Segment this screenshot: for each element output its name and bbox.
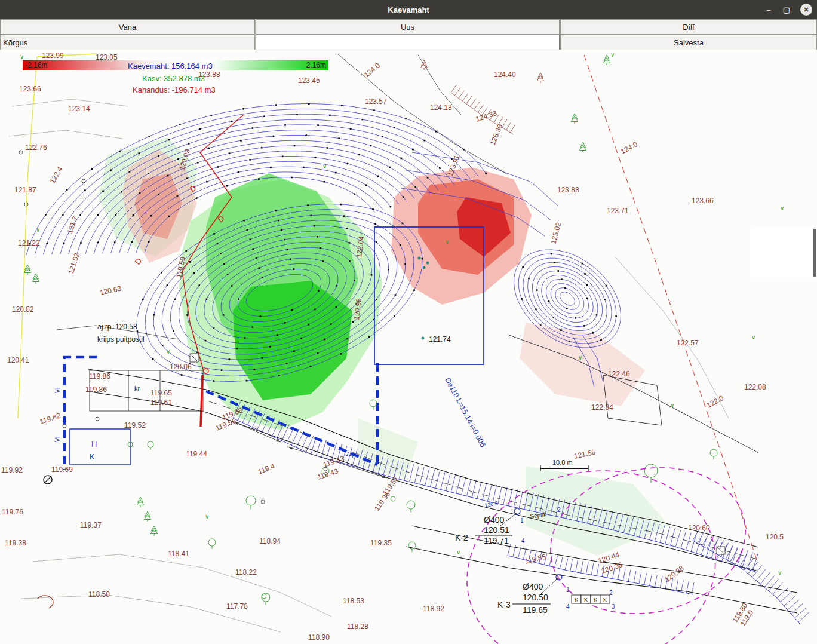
map-label: 118.50	[88, 590, 110, 599]
roads	[87, 369, 797, 613]
map-label: 119.65	[150, 389, 172, 397]
map-label: 120.60	[688, 524, 710, 532]
map-label: 119.43	[322, 454, 346, 468]
uus-button[interactable]: Uus	[256, 19, 560, 35]
svg-text:∨: ∨	[780, 205, 784, 211]
map-label: 120.63	[99, 284, 122, 297]
map-label: 4	[521, 538, 525, 544]
map-label: H	[91, 440, 97, 449]
svg-text:∨: ∨	[670, 402, 674, 409]
map-label: 118.22	[235, 568, 257, 576]
map-label: 123.57	[365, 97, 387, 106]
map-label: 120.38	[663, 564, 686, 584]
map-label: 123.99	[42, 51, 64, 60]
map-label: 119.37	[80, 521, 102, 529]
app-window: Kaevamaht – ▢ ✕ Vana Uus Diff Kõrgus Sal…	[0, 0, 817, 644]
map-label: 121.56	[573, 448, 597, 461]
salvesta-button[interactable]: Salvesta	[560, 35, 817, 50]
map-label: Ø400	[484, 515, 504, 525]
map-label: 125.30	[489, 123, 505, 147]
svg-text:∨: ∨	[445, 238, 449, 245]
map-label: 119.35	[370, 539, 392, 547]
map-label: 120.5	[766, 533, 784, 541]
map-label: 122.08	[744, 383, 766, 391]
map-label: 124.0	[363, 61, 382, 79]
map-label: 123.05	[96, 53, 118, 62]
map-label: 119.71	[484, 536, 509, 545]
map-label: 119.65	[523, 605, 548, 615]
svg-text:∨: ∨	[36, 226, 40, 233]
minimize-icon[interactable]: –	[764, 5, 773, 14]
svg-text:∨: ∨	[610, 51, 615, 58]
map-label: K-3	[497, 600, 511, 609]
svg-text:∨: ∨	[20, 53, 24, 60]
map-label: 121.02	[67, 252, 82, 275]
map-label: 123.66	[692, 197, 714, 205]
map-label: VI	[54, 388, 61, 393]
svg-text:∨: ∨	[322, 163, 327, 170]
map-label: 121.22	[18, 239, 40, 247]
map-area: ∨∨∨∨∨∨∨∨∨∨∨∨∨∨123.99123.05123.66123.1412…	[0, 50, 817, 644]
map-label: 120.82	[12, 305, 34, 314]
diff-button[interactable]: Diff	[560, 19, 817, 35]
svg-text:∨: ∨	[778, 569, 782, 576]
map-label: D	[133, 256, 144, 266]
map-label: 122.46	[608, 370, 630, 378]
map-label: 121.87	[14, 186, 36, 194]
map-canvas[interactable]: ∨∨∨∨∨∨∨∨∨∨∨∨∨∨123.99123.05123.66123.1412…	[0, 50, 817, 644]
map-label: 123.88	[557, 186, 579, 194]
map-label: K	[575, 597, 578, 603]
map-label: Ø400	[523, 582, 543, 591]
map-label: K	[603, 597, 607, 603]
map-annotations: 123.99123.05123.66123.14122.76121.87121.…	[1, 51, 784, 642]
svg-text:∨: ∨	[205, 513, 209, 520]
map-label: 124.0	[619, 140, 639, 156]
window-title: Kaevamaht	[388, 5, 429, 14]
map-label: 118.94	[259, 537, 281, 545]
map-label: De110 L=15.14 i=0.006	[443, 376, 487, 449]
toolbar: Vana Uus Diff	[0, 19, 817, 35]
map-label: kriips puitpostil	[97, 335, 145, 344]
map-label: 118.92	[423, 605, 444, 613]
map-label: K	[90, 452, 95, 461]
map-label: 125.02	[549, 221, 563, 244]
map-label: 119.86	[89, 372, 110, 381]
map-label: 119.44	[186, 450, 207, 458]
map-label: 122.76	[25, 143, 47, 152]
map-label: 119.85	[524, 553, 546, 566]
svg-text:∨: ∨	[751, 334, 755, 341]
map-label: 120.50	[523, 593, 548, 602]
map-label: aj.rp. 120.58	[97, 323, 137, 331]
map-label: 119.52	[124, 421, 146, 430]
map-label: 118.41	[168, 550, 189, 558]
map-label: 121.74	[429, 335, 451, 344]
map-label: 119.36	[373, 490, 392, 513]
map-label: 2	[557, 507, 561, 513]
map-label: 122.4	[48, 165, 64, 185]
map-label: 119.76	[2, 508, 23, 516]
map-label: 119.61	[150, 398, 172, 407]
map-label: 119.38	[5, 539, 26, 547]
map-label: 120.51	[484, 525, 509, 535]
map-label: 119.4	[257, 462, 277, 476]
korgus-input[interactable]	[256, 35, 560, 50]
map-label: 118.90	[308, 633, 330, 642]
map-label: 122.57	[677, 339, 699, 347]
map-label: K	[594, 597, 597, 603]
map-label: 119.69	[51, 465, 73, 474]
map-label: K-2	[455, 533, 468, 542]
map-label: 124.18	[430, 103, 452, 112]
svg-text:∨: ∨	[456, 549, 460, 556]
maximize-icon[interactable]: ▢	[782, 5, 791, 14]
vana-button[interactable]: Vana	[0, 19, 255, 35]
map-label: 2	[609, 590, 613, 596]
title-bar: Kaevamaht – ▢ ✕	[0, 0, 817, 19]
map-label: 119.92	[1, 466, 23, 474]
svg-text:∨: ∨	[578, 354, 582, 361]
map-label: 123.14	[68, 105, 90, 113]
close-icon[interactable]: ✕	[800, 4, 812, 16]
map-label: 1A	[345, 450, 355, 459]
map-label: 1	[566, 587, 570, 593]
map-label: 118.28	[347, 622, 368, 631]
map-label: K	[584, 597, 588, 603]
